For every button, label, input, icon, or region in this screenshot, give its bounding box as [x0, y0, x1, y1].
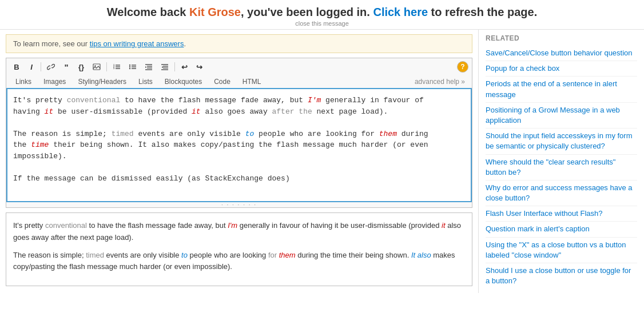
resize-dots-icon: · · · · · · ·	[221, 202, 257, 208]
editor-code-wrap: It's pretty conventional to have the fla…	[6, 88, 472, 202]
link-icon	[47, 63, 55, 71]
bold-button[interactable]: B	[10, 61, 23, 73]
italic-button[interactable]: I	[25, 61, 38, 73]
sidebar-link-10[interactable]: Should I use a close button or use toggl…	[486, 263, 637, 288]
sidebar: Related Save/Cancel/Close button behavio…	[478, 30, 644, 293]
help-button[interactable]: ?	[457, 61, 468, 73]
toolbar-separator-2	[106, 62, 107, 71]
code-editor[interactable]: It's pretty conventional to have the fla…	[6, 88, 472, 202]
tab-images[interactable]: Images	[38, 75, 72, 88]
redo-button[interactable]: ↪	[192, 61, 206, 73]
code-button[interactable]: {}	[74, 61, 88, 73]
svg-point-10	[129, 68, 130, 69]
sidebar-link-2[interactable]: Periods at the end of a sentence in aler…	[486, 77, 637, 102]
resize-handle[interactable]: · · · · · · ·	[6, 202, 472, 208]
sidebar-link-9[interactable]: Using the "X" as a close button vs a but…	[486, 238, 637, 263]
indent-icon	[145, 63, 153, 71]
tab-html[interactable]: HTML	[237, 75, 268, 88]
outdent-button[interactable]	[157, 61, 172, 73]
toolbar-separator-1	[41, 62, 41, 71]
notification-suffix: to refresh the page.	[428, 6, 537, 18]
tab-links[interactable]: Links	[10, 75, 38, 88]
info-box: To learn more, see our tips on writing g…	[6, 34, 472, 53]
svg-point-8	[129, 65, 130, 66]
image-icon	[93, 63, 101, 70]
ordered-list-icon: 123	[113, 63, 121, 71]
sidebar-title: Related	[486, 34, 637, 42]
link-button[interactable]	[43, 61, 58, 73]
close-message[interactable]: close this message	[0, 20, 644, 27]
notification-bar: Welcome back Kit Grose, you've been logg…	[0, 0, 644, 30]
undo-button[interactable]: ↩	[177, 61, 191, 73]
tab-lists[interactable]: Lists	[133, 75, 159, 88]
tab-bar: Links Images Styling/Headers Lists Block…	[6, 75, 472, 88]
preview-area: It's pretty conventional to have the fla…	[6, 212, 472, 286]
sidebar-link-7[interactable]: Flash User Interface without Flash?	[486, 206, 637, 222]
sidebar-link-4[interactable]: Should the input field accesskeys in my …	[486, 129, 637, 154]
svg-text:3: 3	[113, 67, 115, 70]
preview-paragraph-1: It's pretty conventional to have the fla…	[13, 220, 465, 244]
toolbar-separator-3	[174, 62, 175, 71]
tab-code[interactable]: Code	[208, 75, 237, 88]
notification-name: Kit Grose	[189, 6, 241, 18]
info-text: To learn more, see our	[13, 39, 90, 48]
image-button[interactable]	[89, 61, 104, 73]
editor-area: To learn more, see our tips on writing g…	[0, 30, 478, 293]
unordered-list-button[interactable]	[125, 61, 140, 73]
tips-link[interactable]: tips on writing great answers	[90, 39, 184, 48]
sidebar-link-3[interactable]: Positioning of a Growl Message in a web …	[486, 103, 637, 129]
notification-text: Welcome back Kit Grose, you've been logg…	[0, 6, 644, 19]
blockquote-button[interactable]: "	[59, 61, 73, 73]
svg-point-1	[94, 65, 96, 66]
ordered-list-button[interactable]: 123	[109, 61, 124, 73]
advanced-help-link[interactable]: advanced help »	[411, 75, 468, 88]
sidebar-link-6[interactable]: Why do error and success messages have a…	[486, 180, 637, 206]
tab-styling-headers[interactable]: Styling/Headers	[72, 75, 133, 88]
tab-blockquotes[interactable]: Blockquotes	[159, 75, 208, 88]
outdent-icon	[161, 63, 169, 71]
svg-point-9	[129, 66, 130, 67]
notification-middle: , you've been logged in.	[241, 6, 373, 18]
sidebar-link-8[interactable]: Question mark in alert's caption	[486, 222, 637, 237]
refresh-link[interactable]: Click here	[373, 6, 428, 18]
toolbar: B I " {} 123 ↩	[6, 58, 472, 75]
sidebar-link-0[interactable]: Save/Cancel/Close button behavior questi…	[486, 46, 637, 61]
indent-button[interactable]	[141, 61, 156, 73]
preview-paragraph-2: The reason is simple; timed events are o…	[13, 250, 465, 274]
sidebar-link-5[interactable]: Where should the "clear search results" …	[486, 155, 637, 180]
info-suffix: .	[184, 39, 186, 48]
notification-prefix: Welcome back	[107, 6, 189, 18]
unordered-list-icon	[129, 63, 137, 71]
sidebar-link-1[interactable]: Popup for a check box	[486, 61, 637, 77]
